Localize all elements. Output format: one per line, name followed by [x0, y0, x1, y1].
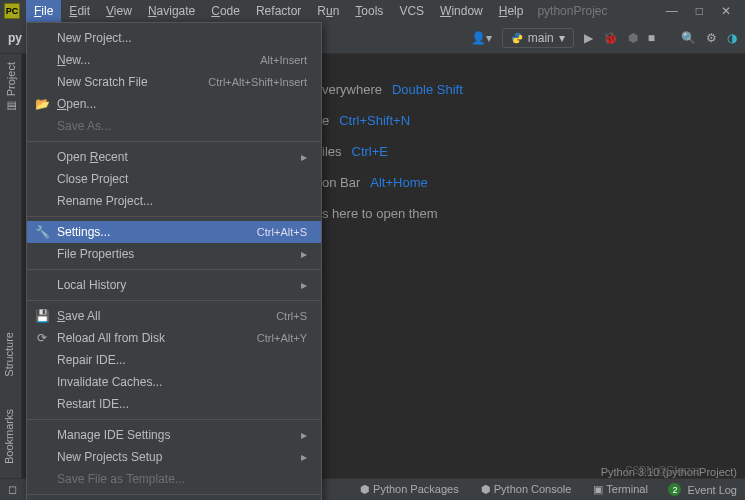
chevron-right-icon: ▸ [301, 450, 307, 464]
wrench-icon: 🔧 [35, 225, 49, 239]
left-tool-rail: ▤Project Structure Bookmarks [0, 54, 22, 478]
menu-view[interactable]: View [98, 0, 140, 22]
hint-drop: s here to open them [322, 198, 745, 229]
separator [27, 216, 321, 217]
fm-settings[interactable]: 🔧Settings...Ctrl+Alt+S [27, 221, 321, 243]
menu-bar: File Edit View Navigate Code Refactor Ru… [26, 0, 531, 22]
run-config-label: main [528, 31, 554, 45]
fm-save-all[interactable]: 💾Save AllCtrl+S [27, 305, 321, 327]
menu-run[interactable]: Run [309, 0, 347, 22]
chevron-right-icon: ▸ [301, 428, 307, 442]
separator [27, 419, 321, 420]
chevron-right-icon: ▸ [301, 278, 307, 292]
rail-project[interactable]: ▤Project [0, 54, 21, 121]
fm-new[interactable]: New...Alt+Insert [27, 49, 321, 71]
event-count-badge: 2 [668, 483, 681, 496]
menu-edit[interactable]: Edit [61, 0, 98, 22]
chevron-right-icon: ▸ [301, 247, 307, 261]
fm-save-template: Save File as Template... [27, 468, 321, 490]
fm-new-project[interactable]: New Project... [27, 27, 321, 49]
rail-structure[interactable]: Structure [0, 324, 18, 385]
run-config-selector[interactable]: main ▾ [502, 28, 574, 48]
plugin-icon[interactable]: ◑ [727, 31, 737, 45]
fm-scratch[interactable]: New Scratch FileCtrl+Alt+Shift+Insert [27, 71, 321, 93]
search-icon[interactable]: 🔍 [681, 31, 696, 45]
fm-rename-project[interactable]: Rename Project... [27, 190, 321, 212]
menu-help[interactable]: Help [491, 0, 532, 22]
hint-recent-key: Ctrl+E [352, 144, 388, 159]
separator [27, 300, 321, 301]
fm-local-history[interactable]: Local History▸ [27, 274, 321, 296]
fm-new-projects-setup[interactable]: New Projects Setup▸ [27, 446, 321, 468]
window-controls: — □ ✕ [666, 4, 741, 18]
fm-save-as: Save As... [27, 115, 321, 137]
hint-file-key: Ctrl+Shift+N [339, 113, 410, 128]
sb-python-console[interactable]: ⬢ Python Console [481, 483, 572, 496]
user-icon[interactable]: 👤▾ [471, 31, 492, 45]
menu-refactor[interactable]: Refactor [248, 0, 309, 22]
folder-open-icon: 📂 [35, 97, 49, 111]
hint-recent-label: iles [322, 144, 342, 159]
menu-vcs[interactable]: VCS [391, 0, 432, 22]
sb-python-packages[interactable]: ⬢ Python Packages [360, 483, 459, 496]
close-icon[interactable]: ✕ [721, 4, 731, 18]
fm-file-properties[interactable]: File Properties▸ [27, 243, 321, 265]
fm-restart[interactable]: Restart IDE... [27, 393, 321, 415]
app-icon: PC [4, 3, 20, 19]
sb-terminal[interactable]: ▣ Terminal [593, 483, 647, 496]
python-icon [511, 32, 523, 44]
separator [27, 269, 321, 270]
hint-nav-label: on Bar [322, 175, 360, 190]
hint-file-label: e [322, 113, 329, 128]
fm-repair[interactable]: Repair IDE... [27, 349, 321, 371]
title-bar: PC File Edit View Navigate Code Refactor… [0, 0, 745, 22]
project-name: pythonProjec [537, 4, 607, 18]
file-menu-popup: New Project... New...Alt+Insert New Scra… [26, 22, 322, 500]
chevron-right-icon: ▸ [301, 150, 307, 164]
menu-file[interactable]: File [26, 0, 61, 22]
separator [27, 494, 321, 495]
menu-tools[interactable]: Tools [347, 0, 391, 22]
coverage-button[interactable]: ⬢ [628, 31, 638, 45]
rail-bookmarks[interactable]: Bookmarks [0, 401, 18, 472]
maximize-icon[interactable]: □ [696, 4, 703, 18]
menu-window[interactable]: Window [432, 0, 491, 22]
save-icon: 💾 [35, 309, 49, 323]
menu-navigate[interactable]: Navigate [140, 0, 203, 22]
fm-reload[interactable]: ⟳Reload All from DiskCtrl+Alt+Y [27, 327, 321, 349]
sb-event-log[interactable]: Event Log [687, 484, 737, 496]
separator [27, 141, 321, 142]
fm-open[interactable]: 📂Open... [27, 93, 321, 115]
hint-search-label: verywhere [322, 82, 382, 97]
watermark: CSDN @Gfarzzz [625, 465, 701, 476]
debug-button[interactable]: 🐞 [603, 31, 618, 45]
fm-manage-ide[interactable]: Manage IDE Settings▸ [27, 424, 321, 446]
chevron-down-icon: ▾ [559, 31, 565, 45]
minimize-icon[interactable]: — [666, 4, 678, 18]
hint-search-key: Double Shift [392, 82, 463, 97]
hint-nav-key: Alt+Home [370, 175, 427, 190]
fm-close-project[interactable]: Close Project [27, 168, 321, 190]
editor-tab[interactable]: py [8, 31, 22, 45]
settings-icon[interactable]: ⚙ [706, 31, 717, 45]
reload-icon: ⟳ [35, 331, 49, 345]
stop-button: ■ [648, 31, 655, 45]
fm-open-recent[interactable]: Open Recent▸ [27, 146, 321, 168]
fm-invalidate[interactable]: Invalidate Caches... [27, 371, 321, 393]
menu-code[interactable]: Code [203, 0, 248, 22]
run-button[interactable]: ▶ [584, 31, 593, 45]
